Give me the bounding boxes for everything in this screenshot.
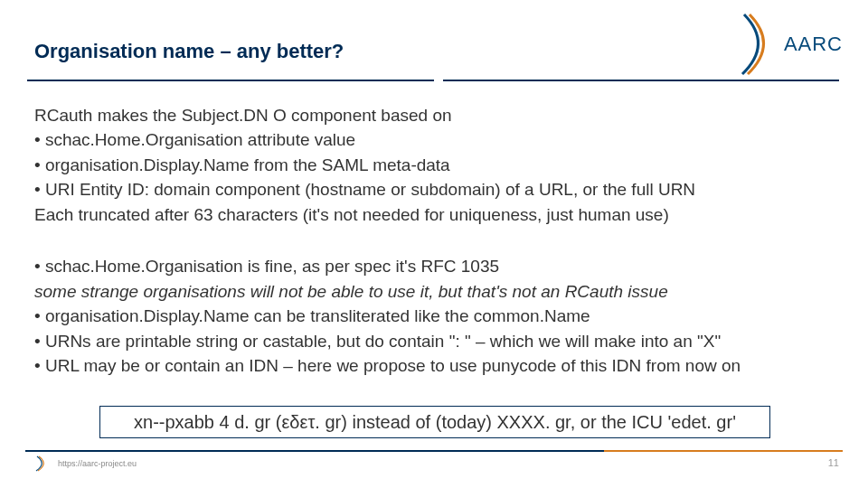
bullet-item: URI Entity ID: domain component (hostnam…	[34, 178, 839, 201]
logo-text: AARC	[784, 33, 843, 56]
bullet-subtext: some strange organisations will not be a…	[34, 280, 839, 303]
bullet-item: schac.Home.Organisation attribute value	[34, 128, 839, 151]
footer-brand: https://aarc-project.eu	[34, 455, 137, 472]
arc-icon	[739, 13, 780, 76]
arc-icon-small	[34, 455, 51, 472]
bullet-item: organisation.Display.Name can be transli…	[34, 305, 839, 327]
bullet-item: URNs are printable string or castable, b…	[34, 330, 839, 352]
bullet-item: organisation.Display.Name from the SAML …	[34, 154, 839, 176]
bullet-item: URL may be or contain an IDN – here we p…	[34, 354, 839, 377]
page-number: 11	[828, 457, 839, 468]
intro-line: RCauth makes the Subject.DN O component …	[34, 104, 839, 127]
title-underline	[27, 80, 841, 85]
callout-box: xn--pxabb 4 d. gr (εδετ. gr) instead of …	[99, 406, 770, 438]
body-content: RCauth makes the Subject.DN O component …	[34, 104, 839, 380]
outro-line: Each truncated after 63 characters (it's…	[34, 203, 839, 226]
footer-divider	[25, 450, 843, 452]
footer-url: https://aarc-project.eu	[58, 459, 137, 468]
page-title: Organisation name – any better?	[34, 40, 344, 63]
brand-logo: AARC	[739, 13, 843, 76]
bullet-item: schac.Home.Organisation is fine, as per …	[34, 255, 839, 277]
